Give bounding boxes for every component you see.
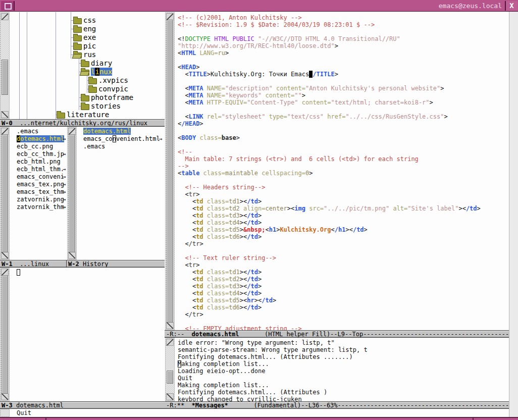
list-item-zatvornik_thm[interactable]: zatvornik_thm→ bbox=[10, 203, 67, 211]
code-line: <!-- EMPTY adjustment string --> bbox=[178, 325, 509, 330]
code-line bbox=[178, 28, 509, 35]
tree-item-stories[interactable]: stories bbox=[10, 102, 165, 111]
frame-right-border bbox=[509, 12, 518, 417]
tree-item-label: convpic bbox=[98, 85, 128, 93]
tree-item-exe[interactable]: exe bbox=[10, 33, 165, 42]
minibuffer[interactable]: Quit bbox=[0, 409, 509, 417]
list-item-ecb_html.png[interactable]: ecb_html.png bbox=[10, 158, 67, 166]
file-name: dotemacs.html bbox=[83, 128, 131, 135]
scrollbar-thumb[interactable] bbox=[167, 371, 173, 384]
window-title: emacs@zeus.local bbox=[439, 2, 502, 10]
scroll-up-icon[interactable] bbox=[1, 13, 9, 20]
scroll-up-icon[interactable] bbox=[68, 128, 76, 135]
code-line: <META NAME="description" content="Anton … bbox=[178, 85, 509, 92]
folder-closed-icon bbox=[57, 113, 65, 119]
list-item-.emacs[interactable]: .emacs bbox=[10, 128, 67, 135]
code-line: <td class=td3></td> bbox=[178, 283, 509, 290]
list-item-dotemacs.html[interactable]: dotemacs.html→ bbox=[10, 135, 67, 143]
window-menu-button[interactable] bbox=[1, 1, 15, 11]
scroll-up-icon[interactable] bbox=[166, 13, 174, 20]
ecb-directories-window[interactable]: cssengexepicrusdiarylinux.xvpicsconvpicp… bbox=[10, 12, 165, 120]
close-icon[interactable]: X bbox=[505, 1, 517, 11]
tree-item-rus[interactable]: rus bbox=[10, 50, 165, 59]
list-item-zatvornik.png[interactable]: zatvornik.png→ bbox=[10, 196, 67, 203]
window-titlebar[interactable]: emacs@zeus.local X bbox=[0, 0, 518, 12]
code-line: <BODY class=base> bbox=[178, 134, 509, 141]
messages-scrollbar[interactable] bbox=[165, 338, 175, 401]
scroll-up-icon[interactable] bbox=[166, 339, 174, 346]
scroll-down-icon[interactable] bbox=[166, 393, 174, 400]
message-line: idle error: "Wrong type argument: listp,… bbox=[178, 339, 509, 346]
code-line: Main table: 7 strings (<tr>) and 6 cells… bbox=[178, 155, 509, 163]
scrollbar-thumb[interactable] bbox=[69, 134, 75, 252]
tree-item-label: linux bbox=[91, 68, 112, 76]
tree-item-.xvpics[interactable]: .xvpics bbox=[10, 76, 165, 85]
code-line: <!-- Text ruler string--> bbox=[178, 254, 509, 261]
code-line bbox=[178, 318, 509, 325]
scroll-down-icon[interactable] bbox=[1, 393, 9, 400]
code-line: <!-- bbox=[178, 148, 509, 155]
scroll-down-icon[interactable] bbox=[1, 252, 9, 259]
tree-item-pic[interactable]: pic bbox=[10, 42, 165, 50]
tree-item-convpic[interactable]: convpic bbox=[10, 85, 165, 93]
tree-item-css[interactable]: css bbox=[10, 16, 165, 25]
file-name: zatvornik.png bbox=[17, 196, 64, 203]
code-line bbox=[178, 106, 509, 113]
message-line: Loading eieio-opt...done bbox=[178, 368, 509, 375]
list-item-emacs_conveni[interactable]: emacs_conveni→ bbox=[10, 173, 67, 181]
scroll-down-icon[interactable] bbox=[68, 252, 76, 259]
ecb-history-window[interactable]: dotemacs.htmlemacs_convenient.html→.emac… bbox=[77, 127, 165, 260]
scrollbar-thumb[interactable] bbox=[2, 275, 8, 394]
code-line: <tr> bbox=[178, 261, 509, 269]
code-line: <META HTTP-EQUIV="Content-Type" content=… bbox=[178, 99, 509, 106]
tree-item-label: .xvpics bbox=[98, 76, 128, 85]
tree-scrollbar[interactable] bbox=[0, 12, 10, 119]
messages-buffer[interactable]: idle error: "Wrong type argument: listp,… bbox=[178, 338, 509, 401]
frame-bottom-border[interactable] bbox=[0, 417, 518, 420]
minibuffer-text: Quit bbox=[17, 409, 31, 416]
list-item-dotemacs.html[interactable]: dotemacs.html bbox=[77, 128, 165, 135]
scroll-down-icon[interactable] bbox=[166, 322, 174, 329]
truncation-arrow-icon: → bbox=[63, 150, 66, 158]
file-name: dotemacs.html bbox=[17, 135, 64, 143]
code-line: <td class=td1></td> bbox=[178, 198, 509, 205]
tree-item-photoframe[interactable]: photoframe bbox=[10, 93, 165, 102]
scroll-up-icon[interactable] bbox=[1, 269, 9, 276]
methods-scrollbar[interactable] bbox=[0, 268, 10, 401]
list-item-emacs_convenient.html[interactable]: emacs_convenient.html→ bbox=[77, 135, 165, 143]
history-scrollbar[interactable] bbox=[67, 127, 77, 260]
tree-item-label: literature bbox=[67, 111, 109, 119]
truncation-arrow-icon: → bbox=[63, 188, 66, 196]
truncation-arrow-icon: → bbox=[63, 196, 66, 203]
scroll-down-icon[interactable] bbox=[1, 111, 9, 118]
scroll-up-icon[interactable] bbox=[1, 128, 9, 135]
list-item-emacs_tex_thm[interactable]: emacs_tex_thm→ bbox=[10, 188, 67, 196]
resize-handle-divider bbox=[473, 417, 474, 420]
folder-closed-icon bbox=[73, 27, 82, 33]
ecb-sources-window[interactable]: .emacsdotemacs.html→ecb_cc.pngecb_cc_thm… bbox=[10, 127, 67, 260]
message-line: Making completion list... bbox=[178, 382, 509, 389]
list-item-ecb_cc.png[interactable]: ecb_cc.png bbox=[10, 143, 67, 150]
list-item-emacs_tex.png[interactable]: emacs_tex.png→ bbox=[10, 181, 67, 188]
tree-item-literature[interactable]: literature bbox=[10, 111, 165, 119]
sources-scrollbar[interactable] bbox=[0, 127, 10, 260]
tree-item-eng[interactable]: eng bbox=[10, 25, 165, 33]
code-line: <td class=td4></td> bbox=[178, 290, 509, 297]
tree-item-label: pic bbox=[83, 42, 96, 50]
scrollbar-thumb[interactable] bbox=[2, 60, 8, 95]
code-line: <TITLE>Kulchitsky.Org: Точки Emacs</TITL… bbox=[178, 71, 509, 78]
scrollbar-thumb[interactable] bbox=[167, 20, 173, 323]
tree-item-linux[interactable]: linux bbox=[10, 68, 165, 76]
list-item-ecb_html_thm.[interactable]: ecb_html_thm.→ bbox=[10, 166, 67, 173]
ecb-methods-window[interactable] bbox=[10, 268, 165, 401]
code-line: </tr> bbox=[178, 240, 509, 247]
list-item-ecb_cc_thm.jp[interactable]: ecb_cc_thm.jp→ bbox=[10, 150, 67, 158]
editor-scrollbar[interactable] bbox=[165, 12, 175, 330]
tree-item-diary[interactable]: diary bbox=[10, 59, 165, 68]
scrollbar-thumb[interactable] bbox=[2, 134, 8, 252]
list-item-.emacs[interactable]: .emacs bbox=[77, 143, 165, 150]
editor-buffer[interactable]: <!-- (c)2001, Anton Kulchitsky --><!-- $… bbox=[178, 13, 509, 330]
history-modeline: W-2 History bbox=[67, 260, 165, 268]
folder-closed-icon bbox=[73, 35, 82, 41]
file-name: ecb_cc.png bbox=[17, 143, 53, 150]
